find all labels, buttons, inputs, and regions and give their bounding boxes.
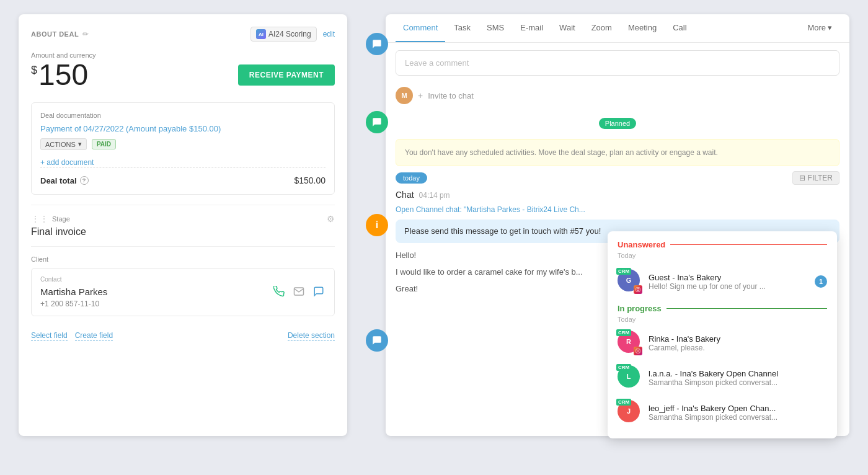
create-field-link[interactable]: Create field xyxy=(75,331,113,340)
comment-box[interactable]: Leave a comment xyxy=(396,50,839,76)
currency-sign: $ xyxy=(31,60,37,77)
tab-meeting[interactable]: Meeting xyxy=(621,14,664,42)
user-avatar: M xyxy=(396,87,413,104)
today-row: today ⊟ FILTER xyxy=(396,171,839,185)
invite-text[interactable]: Invite to chat xyxy=(428,91,474,100)
ai-scoring-button[interactable]: AI AI24 Scoring xyxy=(250,27,317,42)
timeline-circle-chat-3 xyxy=(366,329,388,352)
timeline-column: i xyxy=(366,33,388,352)
open-channel-link[interactable]: Open Channel chat: "Martisha Parkes - Bi… xyxy=(396,205,585,214)
stage-header: ⋮⋮ Stage ⚙ xyxy=(31,214,335,224)
chat-list-name: Rinka - Ina's Bakery xyxy=(649,334,827,344)
chevron-down-icon: ▾ xyxy=(78,140,82,148)
unanswered-section: Unanswered Today xyxy=(608,240,837,259)
gear-icon[interactable]: ⚙ xyxy=(327,214,335,224)
contact-label: Contact xyxy=(40,276,326,283)
paid-badge: PAID xyxy=(92,139,116,149)
tab-zoom[interactable]: Zoom xyxy=(584,14,619,42)
chat-list-preview: Hello! Sign me up for one of your ... xyxy=(649,282,808,291)
tab-more[interactable]: More ▾ xyxy=(800,14,839,42)
chat-list-name: leo_jeff - Ina's Bakery Open Chan... xyxy=(649,404,827,413)
invite-row: M + Invite to chat xyxy=(396,83,839,108)
chat-list-content: Rinka - Ina's Bakery Caramel, please. xyxy=(649,334,827,352)
planned-badge: Planned xyxy=(599,118,636,129)
tab-sms[interactable]: SMS xyxy=(479,14,512,42)
phone-icon[interactable] xyxy=(272,285,286,298)
tab-comment[interactable]: Comment xyxy=(396,14,445,42)
chat-list-content: leo_jeff - Ina's Bakery Open Chan... Sam… xyxy=(649,404,827,422)
inprogress-label: In progress xyxy=(618,304,662,313)
plus-icon: + xyxy=(418,91,423,100)
delete-section-link[interactable]: Delete section xyxy=(288,331,335,340)
chat-list-name: l.a.n.a. - Ina's Bakery Open Channel xyxy=(649,369,827,378)
floating-panel-inner: Unanswered Today G CRM Guest - Ina xyxy=(608,231,837,438)
chat-avatar-container: R CRM xyxy=(618,331,642,355)
doc-actions: ACTIONS ▾ PAID xyxy=(40,138,326,150)
info-text: You don't have any scheduled activities.… xyxy=(405,148,718,157)
mail-icon[interactable] xyxy=(292,285,306,298)
deal-total-label: Deal total ? xyxy=(40,176,89,185)
deal-total-value: $150.00 xyxy=(294,175,326,185)
stage-section: ⋮⋮ Stage ⚙ Final invoice xyxy=(31,205,335,238)
chat-avatar-container: L CRM xyxy=(618,365,642,390)
actions-label: ACTIONS xyxy=(45,141,76,148)
pencil-icon: ✏ xyxy=(82,30,89,38)
select-field-link[interactable]: Select field xyxy=(31,331,68,340)
chat-avatar-container: G CRM xyxy=(618,269,642,294)
stage-value: Final invoice xyxy=(31,226,335,238)
client-label: Client xyxy=(31,255,335,263)
tab-wait[interactable]: Wait xyxy=(552,14,583,42)
contact-row: Martisha Parkes xyxy=(40,285,326,298)
unanswered-title-row: Unanswered xyxy=(618,240,827,249)
chat-list-content: Guest - Ina's Bakery Hello! Sign me up f… xyxy=(649,273,808,291)
list-item[interactable]: J CRM leo_jeff - Ina's Bakery Open Chan.… xyxy=(608,395,837,430)
list-item[interactable]: R CRM Rinka - Ina's Bakery Caramel, plea… xyxy=(608,326,837,360)
inprogress-title-row: In progress xyxy=(618,304,827,313)
amount-number: 150 xyxy=(38,60,88,90)
today-badge: today xyxy=(396,172,427,184)
edit-link[interactable]: edit xyxy=(323,30,335,38)
receive-payment-button[interactable]: RECEIVE PAYMENT xyxy=(238,64,335,86)
contact-name: Martisha Parkes xyxy=(40,286,107,297)
timeline-circle-info: i xyxy=(366,214,388,236)
timeline-circle-chat-1 xyxy=(366,33,388,55)
svg-point-1 xyxy=(637,288,639,290)
chat-time: 04:14 pm xyxy=(419,191,450,200)
drag-icon: ⋮⋮ xyxy=(31,214,48,224)
chevron-down-icon: ▾ xyxy=(828,23,832,32)
actions-button[interactable]: ACTIONS ▾ xyxy=(40,138,87,150)
bottom-left-actions: Select field Create field xyxy=(31,331,113,340)
tab-call[interactable]: Call xyxy=(665,14,694,42)
ai-icon: AI xyxy=(256,29,266,39)
ig-badge xyxy=(634,347,642,355)
chat-label: Chat xyxy=(396,190,414,200)
avatar-initial: J xyxy=(627,407,631,415)
client-section: Client Contact Martisha Parkes xyxy=(31,246,335,316)
tab-task[interactable]: Task xyxy=(446,14,478,42)
about-deal-label: ABOUT DEAL xyxy=(31,30,79,38)
svg-rect-3 xyxy=(636,349,640,353)
filter-label: FILTER xyxy=(808,174,833,182)
add-document-link[interactable]: + add document xyxy=(40,158,94,167)
left-panel: ABOUT DEAL ✏ AI AI24 Scoring edit Amount… xyxy=(19,14,347,436)
chat-avatar-container: J CRM xyxy=(618,400,642,425)
chat-icon[interactable] xyxy=(312,285,326,298)
avatar-initial: L xyxy=(627,373,631,380)
list-item[interactable]: L CRM l.a.n.a. - Ina's Bakery Open Chann… xyxy=(608,360,837,395)
tab-email[interactable]: E-mail xyxy=(513,14,551,42)
crm-badge: CRM xyxy=(616,364,631,371)
list-item[interactable]: G CRM Guest - Ina's Bakery Hello! Sign m… xyxy=(608,264,837,299)
stage-label: Stage xyxy=(52,215,70,223)
svg-rect-0 xyxy=(636,288,640,292)
ai-scoring-label: AI24 Scoring xyxy=(268,30,311,38)
filter-button[interactable]: ⊟ FILTER xyxy=(792,171,839,185)
payment-link[interactable]: Payment of 04/27/2022 (Amount payable $1… xyxy=(40,124,326,133)
unanswered-today: Today xyxy=(618,252,827,259)
timeline-circle-chat-2 xyxy=(366,111,388,133)
crm-badge: CRM xyxy=(616,399,631,406)
svg-point-2 xyxy=(639,288,639,289)
chat-list-name: Guest - Ina's Bakery xyxy=(649,273,808,282)
crm-badge: CRM xyxy=(616,329,631,336)
contact-phone: +1 200 857-11-10 xyxy=(40,300,326,308)
avatar-initial: R xyxy=(626,338,631,345)
